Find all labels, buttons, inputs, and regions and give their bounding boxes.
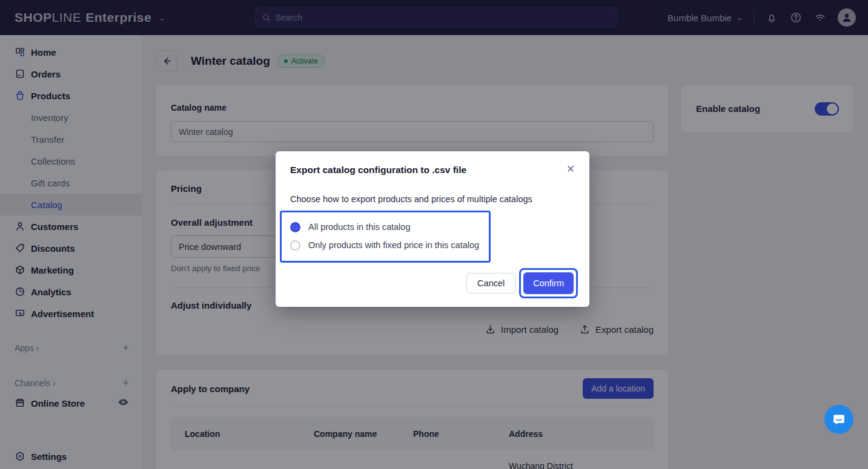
option-fixed-price-products[interactable]: Only products with fixed price in this c…	[290, 236, 482, 254]
close-icon[interactable]: ✕	[564, 162, 577, 175]
cancel-button[interactable]: Cancel	[466, 273, 515, 294]
chat-launcher-button[interactable]	[824, 405, 853, 434]
confirm-button-annotation: Confirm	[519, 268, 578, 298]
export-catalog-modal: Export catalog configuration to .csv fil…	[276, 151, 589, 307]
option-label: All products in this catalog	[308, 222, 410, 232]
confirm-button[interactable]: Confirm	[523, 272, 574, 294]
modal-title: Export catalog configuration to .csv fil…	[290, 165, 575, 175]
radio-selected-icon[interactable]	[290, 222, 300, 232]
modal-description: Choose how to export products and prices…	[290, 194, 575, 204]
radio-unselected-icon[interactable]	[290, 240, 300, 251]
option-label: Only products with fixed price in this c…	[308, 240, 479, 250]
chat-bubble-icon	[831, 412, 847, 427]
option-all-products[interactable]: All products in this catalog	[290, 218, 482, 236]
radio-group-annotation: All products in this catalog Only produc…	[280, 211, 491, 263]
